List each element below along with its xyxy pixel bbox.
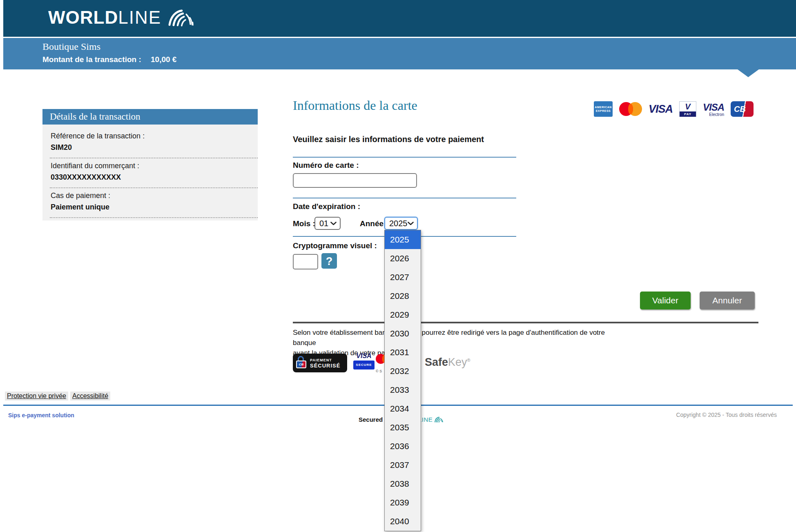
expiry-label: Date d'expiration : bbox=[293, 202, 360, 211]
v-pay-icon: V PAY bbox=[679, 101, 696, 117]
field-value: Paiement unique bbox=[51, 203, 250, 211]
card-number-label: Numéro de carte : bbox=[293, 161, 359, 170]
worldline-waves-icon bbox=[434, 416, 443, 423]
safekey-light-text: Key bbox=[448, 356, 467, 368]
amex-text-2: EXPRESS bbox=[596, 109, 611, 113]
cvv-input[interactable] bbox=[293, 254, 318, 269]
vpay-pay-text: PAY bbox=[680, 111, 696, 117]
transaction-amount-line: Montant de la transaction : 10,00 € bbox=[42, 55, 176, 64]
year-select-value: 2025 bbox=[389, 219, 408, 228]
chevron-down-icon bbox=[330, 222, 337, 225]
year-option[interactable]: 2033 bbox=[385, 381, 421, 399]
visa-secure-text: SECURE bbox=[353, 361, 375, 370]
month-label: Mois : bbox=[293, 219, 315, 228]
payment-case-field: Cas de paiement : Paiement unique bbox=[42, 188, 258, 211]
field-label: Cas de paiement : bbox=[51, 191, 250, 200]
merchant-bar: Boutique Sims Montant de la transaction … bbox=[3, 38, 796, 69]
mastercard-icon bbox=[619, 102, 642, 116]
visa-electron-visa-text: VISA bbox=[703, 102, 724, 113]
dotted-divider bbox=[50, 217, 258, 218]
section-divider bbox=[293, 198, 516, 198]
amex-text-1: AMERICAN bbox=[595, 105, 612, 109]
section-divider bbox=[293, 157, 516, 158]
chevron-down-icon bbox=[408, 222, 414, 225]
year-option[interactable]: 2029 bbox=[385, 305, 421, 324]
year-dropdown[interactable]: 2025202620272028202920302031203220332034… bbox=[384, 230, 421, 531]
notice-line-1: Selon votre établissement bancaire, vous… bbox=[293, 327, 628, 348]
transaction-details-panel: Détails de la transaction Référence de l… bbox=[42, 109, 258, 220]
brand-light: LINE bbox=[118, 7, 161, 28]
safekey-bold-text: Safe bbox=[425, 356, 448, 368]
validate-button[interactable]: Valider bbox=[640, 292, 691, 309]
year-option[interactable]: 2028 bbox=[385, 287, 421, 305]
panel-body: Référence de la transaction : SIM20 Iden… bbox=[42, 125, 258, 220]
brand-bold: WORLD bbox=[48, 7, 118, 28]
year-option[interactable]: 2034 bbox=[385, 399, 421, 418]
month-select[interactable]: 01 bbox=[314, 217, 341, 230]
card-number-input[interactable] bbox=[293, 173, 417, 188]
copyright-text: Copyright © 2025 - Tous droits réservés bbox=[676, 412, 777, 418]
american-express-icon: AMERICAN EXPRESS bbox=[594, 101, 613, 117]
visa-secure-badge: VISA SECURE bbox=[353, 352, 375, 370]
privacy-link[interactable]: Protection vie privée bbox=[5, 392, 68, 401]
year-option[interactable]: 2038 bbox=[385, 474, 421, 493]
field-label: Référence de la transaction : bbox=[51, 132, 250, 140]
cb-icon: CB bbox=[731, 101, 754, 117]
accessibility-link[interactable]: Accessibilité bbox=[70, 392, 110, 401]
worldline-logo: WORLDLINE bbox=[48, 7, 194, 28]
year-option[interactable]: 2035 bbox=[385, 418, 421, 437]
cancel-button[interactable]: Annuler bbox=[700, 292, 755, 309]
field-label: Identifiant du commerçant : bbox=[51, 162, 250, 170]
year-option[interactable]: 2036 bbox=[385, 437, 421, 456]
cb-lock-text: CB bbox=[296, 361, 306, 368]
vpay-v-text: V bbox=[685, 102, 690, 111]
year-option[interactable]: 2030 bbox=[385, 324, 421, 343]
year-option[interactable]: 2026 bbox=[385, 249, 421, 268]
cvv-help-button[interactable]: ? bbox=[321, 253, 337, 269]
product-name: Sips e-payment solution bbox=[8, 412, 74, 418]
merchant-id-field: Identifiant du commerçant : 0330XXXXXXXX… bbox=[42, 158, 258, 182]
year-select[interactable]: 2025 bbox=[384, 217, 418, 230]
cvv-label: Cryptogramme visuel : bbox=[293, 241, 377, 250]
amount-label: Montant de la transaction : bbox=[42, 55, 141, 64]
header-pointer-triangle bbox=[738, 69, 759, 77]
visa-electron-icon: VISA Electron bbox=[703, 102, 724, 117]
year-option[interactable]: 2037 bbox=[385, 456, 421, 474]
year-option[interactable]: 2039 bbox=[385, 493, 421, 512]
page-title: Informations de la carte bbox=[293, 98, 417, 113]
padlock-icon: CB bbox=[296, 356, 308, 370]
cb-paiement-securise-badge: CB PAIEMENT SÉCURISÉ bbox=[293, 354, 347, 372]
year-option[interactable]: 2025 bbox=[385, 230, 421, 249]
visa-electron-text: Electron bbox=[709, 112, 724, 117]
year-option[interactable]: 2027 bbox=[385, 268, 421, 287]
field-value: SIM20 bbox=[51, 143, 250, 152]
field-value: 0330XXXXXXXXXXX bbox=[51, 173, 250, 182]
payment-page: WORLDLINE Boutique Sims Montant de la tr… bbox=[0, 0, 796, 532]
shop-name: Boutique Sims bbox=[42, 41, 100, 52]
visa-icon: VISA bbox=[649, 103, 673, 116]
month-select-value: 01 bbox=[319, 219, 328, 228]
header-bar: WORLDLINE bbox=[3, 0, 796, 37]
year-option[interactable]: 2031 bbox=[385, 343, 421, 362]
worldline-waves-icon bbox=[167, 9, 194, 27]
bottom-divider bbox=[293, 322, 758, 323]
form-subtitle: Veuillez saisir les informations de votr… bbox=[293, 135, 484, 144]
safekey-badge: SafeKey® bbox=[425, 356, 470, 369]
accepted-card-brands: AMERICAN EXPRESS VISA V PAY VISA Electro… bbox=[594, 100, 754, 118]
panel-title: Détails de la transaction bbox=[42, 109, 258, 125]
cb-badge-text-2: SÉCURISÉ bbox=[310, 363, 340, 368]
safekey-mark: ® bbox=[467, 358, 470, 363]
year-option[interactable]: 2032 bbox=[385, 362, 421, 381]
visa-secure-visa-text: VISA bbox=[353, 352, 375, 360]
year-option[interactable]: 2040 bbox=[385, 512, 421, 531]
amount-value: 10,00 € bbox=[151, 55, 176, 64]
transaction-reference-field: Référence de la transaction : SIM20 bbox=[42, 129, 258, 152]
